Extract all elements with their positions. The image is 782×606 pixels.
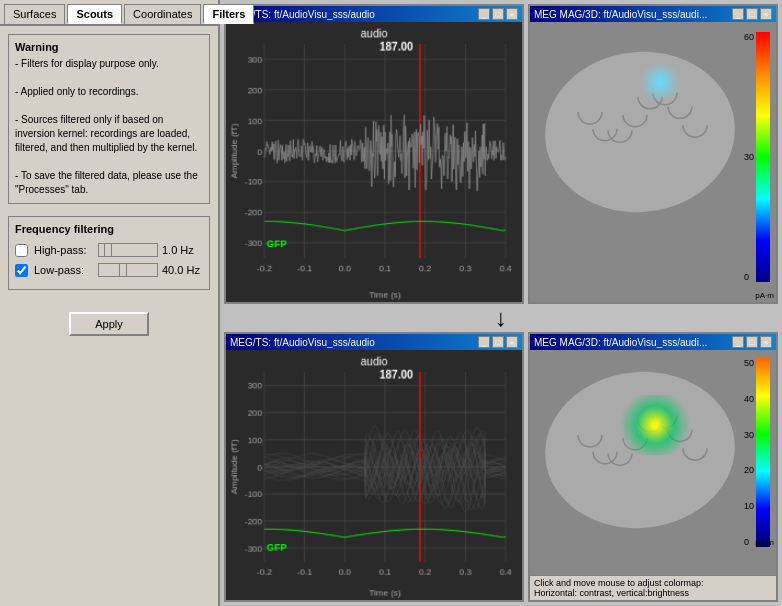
top-colorbar-labels: 60 30 0 (744, 32, 754, 282)
right-area: MEG/TS: ft/AudioVisu_sss/audio _ □ × MEG… (220, 0, 782, 606)
bottom-3d-panel: MEG MAG/3D: ft/AudioVisu_sss/audi... _ □… (528, 332, 778, 602)
top-3d-title: MEG MAG/3D: ft/AudioVisu_sss/audi... (534, 9, 707, 20)
tab-surfaces[interactable]: Surfaces (4, 4, 65, 24)
top-colorbar-gradient (756, 32, 770, 282)
tab-filters[interactable]: Filters (203, 4, 254, 24)
b-cb-max: 50 (744, 358, 754, 368)
top-unit: pA·m (755, 291, 774, 300)
bottom-ts-canvas (226, 350, 522, 600)
warning-line-4: - To save the filtered data, please use … (15, 170, 198, 195)
lowpass-label: Low-pass: (34, 264, 94, 276)
highpass-value: 1.0 Hz (162, 244, 202, 256)
warning-box: Warning - Filters for display purpose on… (8, 34, 210, 204)
maximize-btn[interactable]: □ (492, 8, 504, 20)
lowpass-row: Low-pass: 40.0 Hz (15, 263, 203, 277)
b-cb-mid2: 40 (744, 394, 754, 404)
close-btn-4[interactable]: × (760, 336, 772, 348)
bottom-ts-controls: _ □ × (478, 336, 518, 348)
warning-line-1: - Filters for display purpose only. (15, 58, 159, 69)
min-btn-4[interactable]: _ (732, 336, 744, 348)
top-ts-canvas (226, 22, 522, 302)
top-brain-area[interactable]: 60 30 0 pA·m (530, 22, 776, 302)
left-panel: Surfaces Scouts Coordinates Filters Warn… (0, 0, 220, 606)
cb-min: 0 (744, 272, 754, 282)
cb-max: 60 (744, 32, 754, 42)
warning-title: Warning (15, 41, 203, 53)
arrow-symbol: ↓ (495, 304, 507, 332)
b-cb-low: 10 (744, 501, 754, 511)
freq-section: Frequency filtering High-pass: 1.0 Hz Lo… (8, 216, 210, 290)
minimize-btn[interactable]: _ (478, 8, 490, 20)
highpass-label: High-pass: (34, 244, 94, 256)
max-btn-4[interactable]: □ (746, 336, 758, 348)
bottom-row: MEG/TS: ft/AudioVisu_sss/audio _ □ × MEG… (224, 332, 778, 602)
top-colorbar (756, 32, 770, 282)
apply-btn-container: Apply (8, 312, 210, 336)
bottom-ts-panel: MEG/TS: ft/AudioVisu_sss/audio _ □ × (224, 332, 524, 602)
top-ts-titlebar: MEG/TS: ft/AudioVisu_sss/audio _ □ × (226, 6, 522, 22)
bottom-3d-controls: _ □ × (732, 336, 772, 348)
tab-scouts[interactable]: Scouts (67, 4, 122, 24)
highpass-slider[interactable] (98, 243, 158, 257)
b-cb-mid0: 20 (744, 465, 754, 475)
close-btn-2[interactable]: × (760, 8, 772, 20)
bottom-3d-title: MEG MAG/3D: ft/AudioVisu_sss/audi... (534, 337, 707, 348)
tabs-bar: Surfaces Scouts Coordinates Filters (0, 0, 218, 26)
bottom-ts-titlebar: MEG/TS: ft/AudioVisu_sss/audio _ □ × (226, 334, 522, 350)
top-3d-controls: _ □ × (732, 8, 772, 20)
lowpass-value: 40.0 Hz (162, 264, 202, 276)
top-ts-controls: _ □ × (478, 8, 518, 20)
apply-button[interactable]: Apply (69, 312, 149, 336)
bottom-brain-area[interactable]: 50 40 30 20 10 0 pA·m (530, 350, 776, 575)
close-btn[interactable]: × (506, 8, 518, 20)
max-btn-3[interactable]: □ (492, 336, 504, 348)
warning-line-2: - Applied only to recordings. (15, 86, 138, 97)
warning-line-3: - Sources filtered only if based on inve… (15, 114, 197, 153)
status-text-2: Horizontal: contrast, vertical:brightnes… (534, 588, 772, 598)
top-row: MEG/TS: ft/AudioVisu_sss/audio _ □ × MEG… (224, 4, 778, 304)
min-btn-3[interactable]: _ (478, 336, 490, 348)
min-btn-2[interactable]: _ (732, 8, 744, 20)
top-3d-titlebar: MEG MAG/3D: ft/AudioVisu_sss/audi... _ □… (530, 6, 776, 22)
bottom-colorbar (756, 358, 770, 547)
panel-content: Warning - Filters for display purpose on… (0, 26, 218, 606)
highpass-row: High-pass: 1.0 Hz (15, 243, 203, 257)
max-btn-2[interactable]: □ (746, 8, 758, 20)
bottom-brain-canvas (530, 350, 776, 545)
b-cb-min: 0 (744, 537, 754, 547)
top-brain-canvas (530, 22, 776, 260)
freq-title: Frequency filtering (15, 223, 203, 235)
highpass-checkbox[interactable] (15, 244, 28, 257)
tab-coordinates[interactable]: Coordinates (124, 4, 201, 24)
lowpass-slider[interactable] (98, 263, 158, 277)
top-ts-panel: MEG/TS: ft/AudioVisu_sss/audio _ □ × (224, 4, 524, 304)
status-bar: Click and move mouse to adjust colormap:… (530, 575, 776, 600)
b-cb-mid1: 30 (744, 430, 754, 440)
bottom-colorbar-labels: 50 40 30 20 10 0 (744, 358, 754, 547)
bottom-ts-title: MEG/TS: ft/AudioVisu_sss/audio (230, 337, 375, 348)
lowpass-checkbox[interactable] (15, 264, 28, 277)
bottom-colorbar-gradient (756, 358, 770, 547)
bottom-3d-titlebar: MEG MAG/3D: ft/AudioVisu_sss/audi... _ □… (530, 334, 776, 350)
arrow-row: ↓ (224, 304, 778, 333)
warning-text: - Filters for display purpose only. - Ap… (15, 57, 203, 197)
top-3d-panel: MEG MAG/3D: ft/AudioVisu_sss/audi... _ □… (528, 4, 778, 304)
close-btn-3[interactable]: × (506, 336, 518, 348)
status-text-1: Click and move mouse to adjust colormap: (534, 578, 772, 588)
bottom-unit: pA·m (755, 538, 774, 547)
cb-mid: 30 (744, 152, 754, 162)
